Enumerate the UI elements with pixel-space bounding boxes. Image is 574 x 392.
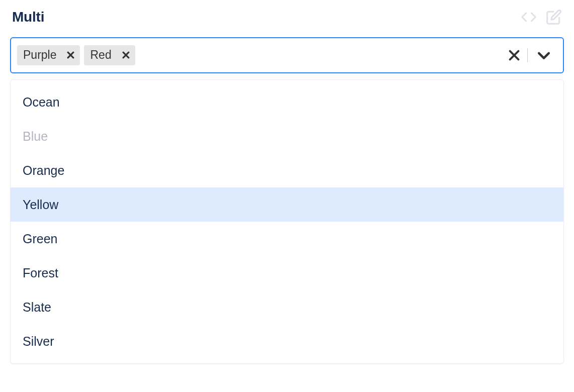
header: Multi (10, 9, 564, 25)
options-menu: Ocean Blue Orange Yellow Green Forest Sl… (10, 79, 564, 364)
option-slate[interactable]: Slate (11, 290, 563, 324)
edit-icon[interactable] (546, 9, 562, 25)
tag-label: Red (84, 45, 116, 65)
page-title: Multi (12, 9, 44, 25)
multi-select-control[interactable]: Purple Red (10, 37, 564, 73)
code-icon[interactable] (521, 9, 537, 25)
selected-values: Purple Red (17, 45, 501, 65)
option-green[interactable]: Green (11, 222, 563, 256)
option-yellow[interactable]: Yellow (11, 187, 563, 222)
clear-all-icon[interactable] (501, 42, 527, 68)
chevron-down-icon[interactable] (528, 42, 557, 68)
remove-tag-icon[interactable] (61, 45, 80, 65)
multi-select: Purple Red (10, 37, 564, 364)
option-forest[interactable]: Forest (11, 256, 563, 290)
option-ocean[interactable]: Ocean (11, 85, 563, 119)
option-orange[interactable]: Orange (11, 153, 563, 187)
tag-label: Purple (17, 45, 61, 65)
select-indicators (501, 42, 557, 68)
option-silver[interactable]: Silver (11, 324, 563, 358)
header-actions (521, 9, 562, 25)
option-blue: Blue (11, 119, 563, 153)
selected-tag-purple: Purple (17, 45, 80, 65)
remove-tag-icon[interactable] (117, 45, 135, 65)
selected-tag-red: Red (84, 45, 135, 65)
